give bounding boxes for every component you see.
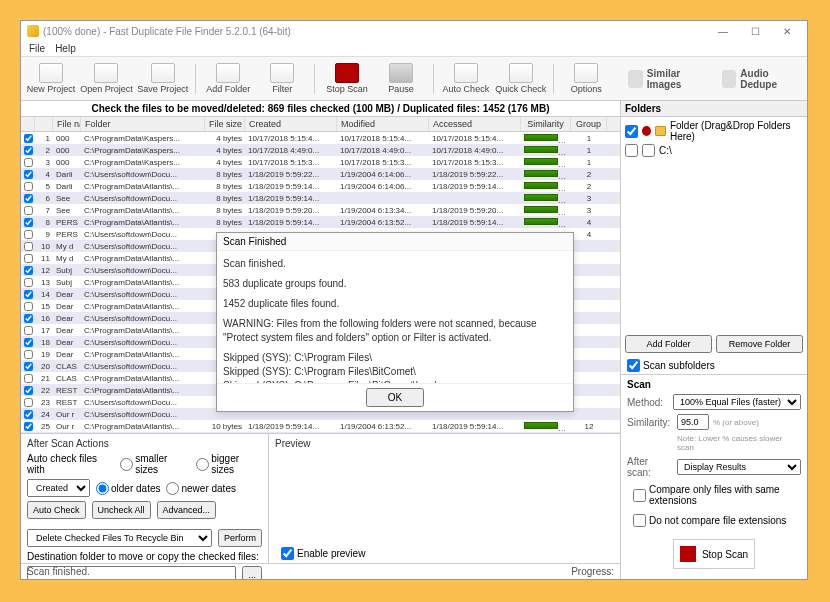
row-checkbox[interactable] xyxy=(24,290,33,299)
stop-scan-button[interactable]: Stop Scan xyxy=(673,539,755,569)
enable-preview-checkbox[interactable] xyxy=(281,547,294,560)
pause-button[interactable]: Pause xyxy=(377,61,425,96)
col-folder[interactable]: Folder xyxy=(81,117,205,131)
options-button[interactable]: Options xyxy=(562,61,610,96)
row-checkbox[interactable] xyxy=(24,278,33,287)
table-row[interactable]: 3000C:\ProgramData\Kaspers...4 bytes10/1… xyxy=(21,156,620,168)
preview-panel: Preview Enable preview xyxy=(269,434,620,563)
row-checkbox[interactable] xyxy=(24,422,33,431)
row-checkbox[interactable] xyxy=(24,314,33,323)
folder-root-checkbox2[interactable] xyxy=(642,144,655,157)
enable-preview-label: Enable preview xyxy=(297,548,365,559)
row-checkbox[interactable] xyxy=(24,338,33,347)
row-checkbox[interactable] xyxy=(24,362,33,371)
row-checkbox[interactable] xyxy=(24,158,33,167)
col-group[interactable]: Group xyxy=(571,117,607,131)
remove-folder-button[interactable]: Remove Folder xyxy=(716,335,803,353)
dialog-title: Scan Finished xyxy=(217,233,573,251)
delete-action-select[interactable]: Delete Checked Files To Recycle Bin xyxy=(27,529,212,547)
summary-text: Check the files to be moved/deleted: 869… xyxy=(21,101,620,117)
folders-tree[interactable]: Folder (Drag&Drop Folders Here) C:\ xyxy=(621,117,807,331)
row-checkbox[interactable] xyxy=(24,182,33,191)
row-checkbox[interactable] xyxy=(24,230,33,239)
smaller-sizes-radio[interactable] xyxy=(120,458,133,471)
row-checkbox[interactable] xyxy=(24,326,33,335)
auto-check-button[interactable]: Auto Check xyxy=(442,61,490,96)
table-row[interactable]: 25Our rC:\ProgramData\Atlantis\...10 byt… xyxy=(21,420,620,432)
col-filename[interactable]: File name xyxy=(53,117,81,131)
table-row[interactable]: 8PERSC:\ProgramData\Atlantis\...8 bytes1… xyxy=(21,216,620,228)
row-checkbox[interactable] xyxy=(24,398,33,407)
quick-check-button[interactable]: Quick Check xyxy=(496,61,546,96)
row-checkbox[interactable] xyxy=(24,254,33,263)
col-similarity[interactable]: Similarity xyxy=(521,117,571,131)
audio-dedupe-link[interactable]: Audio Dedupe xyxy=(716,66,801,92)
table-row[interactable]: 7SeeC:\ProgramData\Atlantis\...8 bytes1/… xyxy=(21,204,620,216)
stop-scan-button[interactable]: Stop Scan xyxy=(323,61,371,96)
similarity-input[interactable] xyxy=(677,414,709,430)
similar-images-link[interactable]: Similar Images xyxy=(622,66,710,92)
col-created[interactable]: Created xyxy=(245,117,337,131)
row-checkbox[interactable] xyxy=(24,194,33,203)
dialog-ok-button[interactable]: OK xyxy=(366,388,424,407)
newer-dates-radio[interactable] xyxy=(166,482,179,495)
uncheck-all-button[interactable]: Uncheck All xyxy=(92,501,151,519)
table-row[interactable]: 26DearC:\ProgramData\Atlantis\...10 byte… xyxy=(21,432,620,433)
row-checkbox[interactable] xyxy=(24,410,33,419)
table-row[interactable]: 4DarliC:\Users\softdown\Docu...8 bytes1/… xyxy=(21,168,620,180)
open-project-icon xyxy=(94,63,118,83)
add-folder-button[interactable]: Add Folder xyxy=(625,335,712,353)
method-select[interactable]: 100% Equal Files (faster) xyxy=(673,394,801,410)
maximize-button[interactable]: ☐ xyxy=(741,23,769,39)
save-project-button[interactable]: Save Project xyxy=(138,61,188,96)
new-project-button[interactable]: New Project xyxy=(27,61,75,96)
row-checkbox[interactable] xyxy=(24,170,33,179)
no-compare-ext-checkbox[interactable] xyxy=(633,514,646,527)
advanced-button[interactable]: Advanced... xyxy=(157,501,217,519)
row-checkbox[interactable] xyxy=(24,218,33,227)
folder-root-checkbox[interactable] xyxy=(625,144,638,157)
file-list[interactable]: Scan Finished Scan finished.583 duplicat… xyxy=(21,132,620,433)
folder-hint-checkbox[interactable] xyxy=(625,125,638,138)
minimize-button[interactable]: — xyxy=(709,23,737,39)
col-filesize[interactable]: File size xyxy=(205,117,245,131)
row-checkbox[interactable] xyxy=(24,374,33,383)
col-modified[interactable]: Modified xyxy=(337,117,429,131)
row-checkbox[interactable] xyxy=(24,206,33,215)
created-select[interactable]: Created xyxy=(27,479,90,497)
row-checkbox[interactable] xyxy=(24,302,33,311)
preview-title: Preview xyxy=(275,438,614,449)
progress-label: Progress: xyxy=(571,566,614,577)
table-row[interactable]: 2000C:\ProgramData\Kaspers...4 bytes10/1… xyxy=(21,144,620,156)
row-checkbox[interactable] xyxy=(24,134,33,143)
auto-check-button[interactable]: Auto Check xyxy=(27,501,86,519)
row-checkbox[interactable] xyxy=(24,266,33,275)
close-button[interactable]: ✕ xyxy=(773,23,801,39)
scan-note: Note: Lower % causes slower scan xyxy=(627,434,801,452)
table-row[interactable]: 5DarliC:\ProgramData\Atlantis\...8 bytes… xyxy=(21,180,620,192)
compare-ext-checkbox[interactable] xyxy=(633,489,646,502)
toolbar: New ProjectOpen ProjectSave ProjectAdd F… xyxy=(21,57,807,101)
pause-icon xyxy=(389,63,413,83)
row-checkbox[interactable] xyxy=(24,350,33,359)
perform-button[interactable]: Perform xyxy=(218,529,262,547)
row-checkbox[interactable] xyxy=(24,146,33,155)
main-window: (100% done) - Fast Duplicate File Finder… xyxy=(20,20,808,580)
older-dates-radio[interactable] xyxy=(96,482,109,495)
table-row[interactable]: 1000C:\ProgramData\Kaspers...4 bytes10/1… xyxy=(21,132,620,144)
col-accessed[interactable]: Accessed xyxy=(429,117,521,131)
row-checkbox[interactable] xyxy=(24,386,33,395)
menu-help[interactable]: Help xyxy=(55,43,76,54)
open-project-button[interactable]: Open Project xyxy=(81,61,132,96)
bigger-sizes-radio[interactable] xyxy=(196,458,209,471)
table-row[interactable]: 6SeeC:\Users\softdown\Docu...8 bytes1/18… xyxy=(21,192,620,204)
scan-subfolders-checkbox[interactable] xyxy=(627,359,640,372)
after-scan-select[interactable]: Display Results xyxy=(677,459,801,475)
menu-file[interactable]: File xyxy=(29,43,45,54)
add-folder-button[interactable]: Add Folder xyxy=(204,61,252,96)
row-checkbox[interactable] xyxy=(24,242,33,251)
stop-icon xyxy=(680,546,696,562)
after-scan-panel: After Scan Actions Auto check files with… xyxy=(21,434,269,563)
folder-hint: Folder (Drag&Drop Folders Here) xyxy=(670,120,803,142)
filter-button[interactable]: Filter xyxy=(258,61,306,96)
